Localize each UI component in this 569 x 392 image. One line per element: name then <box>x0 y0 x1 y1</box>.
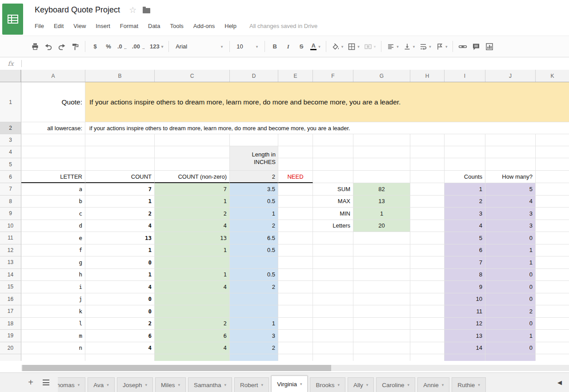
menu-file[interactable]: File <box>35 21 49 31</box>
cell-letter[interactable]: c <box>21 208 85 220</box>
cell-count-nonzero[interactable] <box>155 305 230 318</box>
cell[interactable] <box>155 158 230 171</box>
cell-how-many[interactable]: 0 <box>485 342 536 355</box>
cell[interactable] <box>278 330 313 342</box>
cell-letter[interactable]: g <box>21 256 85 269</box>
cell[interactable] <box>536 208 569 220</box>
cell[interactable] <box>353 134 410 146</box>
cell-counts[interactable]: 4 <box>445 220 485 232</box>
insert-link-button[interactable] <box>456 40 469 53</box>
cell-stat-value[interactable]: 20 <box>353 220 410 232</box>
cell-count[interactable]: 1 <box>85 269 155 281</box>
sheet-tab-annie[interactable]: Annie▾ <box>417 377 449 392</box>
cell-letter[interactable]: b <box>21 196 85 208</box>
cell-inches[interactable] <box>230 256 278 269</box>
insert-chart-button[interactable] <box>483 40 496 53</box>
cell[interactable] <box>278 134 313 146</box>
cell[interactable] <box>353 146 410 158</box>
cell-inches[interactable]: 1 <box>230 318 278 330</box>
cell[interactable] <box>353 330 410 342</box>
column-header-f[interactable]: F <box>313 70 353 82</box>
text-color-button[interactable]: A ▾ <box>308 40 323 53</box>
menu-format[interactable]: Format <box>115 21 143 31</box>
cell[interactable] <box>536 281 569 293</box>
cell[interactable] <box>410 244 445 257</box>
row-header-16[interactable]: 16 <box>0 293 21 306</box>
cell[interactable] <box>21 134 85 146</box>
folder-icon[interactable] <box>143 8 150 13</box>
cell-counts[interactable]: 8 <box>445 269 485 281</box>
sheet-tab-joseph[interactable]: Joseph▾ <box>117 377 153 392</box>
row-header-1[interactable]: 1 <box>0 82 21 122</box>
cell-how-many[interactable]: 0 <box>485 293 536 306</box>
sheet-tab-caroline[interactable]: Caroline▾ <box>376 377 415 392</box>
cell[interactable] <box>85 354 155 361</box>
menu-help[interactable]: Help <box>220 21 241 31</box>
cell-letter[interactable]: n <box>21 342 85 355</box>
cell[interactable] <box>278 244 313 257</box>
dropdown-caret-icon[interactable]: ▾ <box>224 383 227 387</box>
cell[interactable] <box>410 354 445 361</box>
cell[interactable] <box>278 293 313 306</box>
cell[interactable] <box>445 354 485 361</box>
cell-inches[interactable] <box>230 293 278 306</box>
row-header-11[interactable]: 11 <box>0 232 21 244</box>
cell-count-nonzero[interactable]: 1 <box>155 269 230 281</box>
cell-stat-value[interactable]: 1 <box>353 208 410 220</box>
cell[interactable] <box>278 158 313 171</box>
sheets-logo[interactable] <box>2 4 23 35</box>
row-header[interactable] <box>0 354 21 361</box>
menu-insert[interactable]: Insert <box>91 21 115 31</box>
cell[interactable] <box>85 158 155 171</box>
cell-inches[interactable] <box>230 305 278 318</box>
cell[interactable] <box>536 330 569 342</box>
cell[interactable] <box>536 318 569 330</box>
redo-button[interactable] <box>55 40 68 53</box>
cell[interactable] <box>278 318 313 330</box>
cell-counts[interactable]: 14 <box>445 342 485 355</box>
star-icon[interactable]: ☆ <box>129 6 136 14</box>
paint-format-button[interactable] <box>68 40 82 53</box>
cell[interactable] <box>410 196 445 208</box>
cell[interactable] <box>536 220 569 232</box>
cell-counts[interactable]: 2 <box>445 196 485 208</box>
cell-count[interactable]: 2 <box>85 208 155 220</box>
cell[interactable] <box>278 146 313 158</box>
column-header-k[interactable]: K <box>536 70 569 82</box>
cell-inches[interactable]: 3.5 <box>230 183 278 196</box>
cell[interactable] <box>536 305 569 318</box>
cell[interactable] <box>353 293 410 306</box>
cell-how-many[interactable]: 3 <box>485 220 536 232</box>
column-header-e[interactable]: E <box>278 70 313 82</box>
menu-addons[interactable]: Add-ons <box>188 21 220 31</box>
cell[interactable] <box>536 269 569 281</box>
cell-counts[interactable]: 7 <box>445 256 485 269</box>
row-header-17[interactable]: 17 <box>0 305 21 318</box>
cell-count-nonzero[interactable] <box>155 293 230 306</box>
cell-how-many[interactable]: 2 <box>485 305 536 318</box>
cell-count-nonzero-header[interactable]: COUNT (non-zero) <box>155 171 230 183</box>
cell-how-many[interactable]: 3 <box>485 208 536 220</box>
row-header-14[interactable]: 14 <box>0 269 21 281</box>
cell-how-many[interactable]: 4 <box>485 196 536 208</box>
select-all-corner[interactable] <box>0 70 21 82</box>
sheet-tab-brooks[interactable]: Brooks▾ <box>310 377 345 392</box>
cell-count[interactable]: 4 <box>85 281 155 293</box>
cell[interactable] <box>155 146 230 158</box>
cell-how-many[interactable]: 0 <box>485 232 536 244</box>
cell[interactable] <box>278 305 313 318</box>
row-header-9[interactable]: 9 <box>0 208 21 220</box>
cell-count-nonzero[interactable]: 6 <box>155 330 230 342</box>
font-family-select[interactable]: Arial▾ <box>172 40 226 53</box>
cell[interactable] <box>485 146 536 158</box>
cell[interactable] <box>536 354 569 361</box>
cell-count-header[interactable]: COUNT <box>85 171 155 183</box>
bold-button[interactable]: B <box>268 40 281 53</box>
cell[interactable] <box>313 269 353 281</box>
font-size-select[interactable]: 10▾ <box>233 40 261 53</box>
fill-color-button[interactable]: ▾ <box>329 40 346 53</box>
cell-count-nonzero[interactable]: 4 <box>155 281 230 293</box>
dropdown-caret-icon[interactable]: ▾ <box>78 383 80 387</box>
cell-how-many[interactable]: 1 <box>485 244 536 257</box>
row-header-12[interactable]: 12 <box>0 244 21 257</box>
